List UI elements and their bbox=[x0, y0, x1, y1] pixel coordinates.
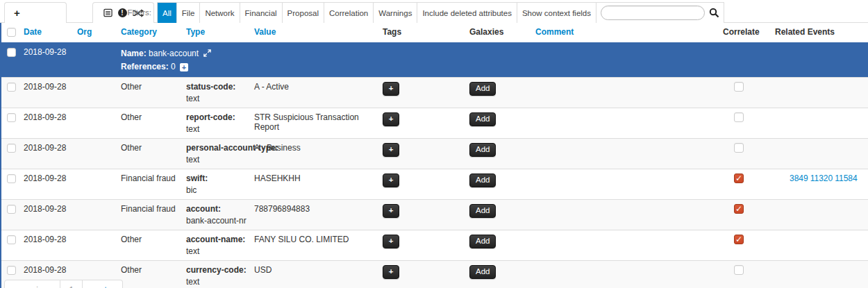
add-tag-button[interactable]: + bbox=[383, 235, 399, 248]
filter-tab-include-deleted[interactable]: Include deleted attributes bbox=[417, 3, 517, 23]
cell-correlate bbox=[719, 139, 771, 169]
correlate-checkbox[interactable] bbox=[734, 82, 744, 92]
correlate-checkbox[interactable] bbox=[734, 112, 744, 122]
cell-type: status-code:text bbox=[183, 78, 251, 108]
column-header-comment[interactable]: Comment bbox=[535, 27, 574, 37]
cell-type: personal-account-type:text bbox=[183, 139, 251, 169]
exclamation-icon: ! bbox=[118, 8, 127, 17]
row-checkbox[interactable] bbox=[7, 48, 16, 57]
add-galaxy-button[interactable]: Add bbox=[469, 173, 496, 187]
cell-type: swift:bic bbox=[183, 169, 251, 200]
add-tag-button[interactable]: + bbox=[383, 265, 399, 279]
correlate-checkbox[interactable] bbox=[734, 143, 744, 153]
add-reference-icon[interactable]: + bbox=[180, 63, 188, 71]
filter-tab-all[interactable]: All bbox=[158, 3, 177, 23]
attribute-list-icon[interactable] bbox=[103, 8, 112, 17]
add-tag-button[interactable]: + bbox=[383, 143, 399, 157]
row-checkbox[interactable] bbox=[7, 113, 16, 122]
cell-galaxies: Add bbox=[466, 139, 532, 169]
add-galaxy-button[interactable]: Add bbox=[469, 143, 496, 157]
add-galaxy-button[interactable]: Add bbox=[469, 235, 496, 248]
cell-date: 2018-09-28 bbox=[20, 139, 74, 169]
toolbar: + ! Filters: All File Network Financial … bbox=[0, 0, 868, 23]
related-event-link[interactable]: 3849 bbox=[790, 173, 808, 183]
column-header-related-events: Related Events bbox=[771, 23, 868, 42]
row-checkbox[interactable] bbox=[7, 266, 16, 275]
select-all-checkbox[interactable] bbox=[7, 28, 16, 37]
attribute-row: 2018-09-28 Other personal-account-type:t… bbox=[1, 139, 868, 169]
filter-tab-show-context[interactable]: Show context fields bbox=[517, 3, 596, 23]
cell-org bbox=[74, 42, 117, 78]
cell-galaxies: Add bbox=[466, 108, 532, 139]
correlate-checkbox[interactable] bbox=[734, 173, 744, 183]
row-checkbox[interactable] bbox=[7, 205, 16, 214]
related-event-link[interactable]: 11320 bbox=[810, 173, 833, 183]
column-header-galaxies: Galaxies bbox=[466, 23, 532, 42]
search-section bbox=[596, 3, 724, 23]
column-header-org[interactable]: Org bbox=[77, 27, 92, 37]
add-galaxy-button[interactable]: Add bbox=[469, 265, 496, 279]
row-checkbox[interactable] bbox=[7, 235, 16, 244]
cell-correlate bbox=[719, 108, 771, 139]
cell-correlate bbox=[719, 230, 771, 261]
column-header-type[interactable]: Type bbox=[186, 27, 205, 37]
cell-value: 788796894883 bbox=[251, 200, 379, 230]
add-tag-button[interactable]: + bbox=[383, 112, 399, 126]
cell-value: HASEHKHH bbox=[251, 169, 379, 200]
correlate-checkbox[interactable] bbox=[734, 265, 744, 275]
cell-type: account:bank-account-nr bbox=[183, 200, 251, 230]
object-header-row: 2018-09-28 Name: bank-account References… bbox=[1, 42, 868, 78]
cell-date: 2018-09-28 bbox=[20, 78, 74, 108]
cell-tags: + bbox=[379, 200, 466, 230]
add-tag-button[interactable]: + bbox=[383, 204, 399, 218]
column-header-date[interactable]: Date bbox=[24, 27, 42, 37]
pagination-next[interactable]: next » bbox=[83, 280, 123, 288]
cell-comment bbox=[532, 261, 719, 288]
filter-tab-correlation[interactable]: Correlation bbox=[324, 3, 374, 23]
attribute-row: 2018-09-28 Other report-code:text STR Su… bbox=[1, 108, 868, 139]
column-header-tags: Tags bbox=[379, 23, 466, 42]
filters-label: Filters: bbox=[128, 8, 152, 17]
cell-correlate bbox=[719, 169, 771, 200]
pagination: « previous 1 next » bbox=[4, 280, 123, 288]
filter-tab-file[interactable]: File bbox=[177, 3, 201, 23]
cell-related-events bbox=[771, 108, 868, 139]
row-checkbox[interactable] bbox=[7, 83, 16, 92]
cell-tags: + bbox=[379, 108, 466, 139]
cell-galaxies: Add bbox=[466, 230, 532, 261]
correlate-checkbox[interactable] bbox=[734, 235, 744, 244]
expand-object-icon[interactable] bbox=[203, 49, 211, 59]
object-name-line: Name: bank-account bbox=[121, 47, 865, 60]
add-galaxy-button[interactable]: Add bbox=[469, 112, 496, 126]
filter-tab-network[interactable]: Network bbox=[200, 3, 240, 23]
references-label: References: bbox=[121, 62, 169, 71]
related-event-link[interactable]: 11584 bbox=[835, 173, 857, 183]
cell-org bbox=[74, 169, 117, 200]
add-galaxy-button[interactable]: Add bbox=[469, 82, 496, 96]
correlate-checkbox[interactable] bbox=[734, 204, 744, 214]
add-attribute-button[interactable]: + bbox=[4, 2, 67, 23]
add-tag-button[interactable]: + bbox=[383, 82, 399, 96]
attributes-table: Date Org Category Type Value Tags Galaxi… bbox=[0, 23, 868, 288]
cell-comment bbox=[532, 200, 719, 230]
filter-tab-warnings[interactable]: Warnings bbox=[374, 3, 417, 23]
column-header-value[interactable]: Value bbox=[254, 27, 276, 37]
search-input[interactable] bbox=[601, 6, 705, 20]
filter-tab-financial[interactable]: Financial bbox=[240, 3, 283, 23]
cell-comment bbox=[532, 139, 719, 169]
search-icon[interactable] bbox=[709, 8, 719, 18]
attribute-row: 2018-09-28 Financial fraud swift:bic HAS… bbox=[1, 169, 868, 200]
object-name-value: bank-account bbox=[149, 49, 199, 58]
proposals-warning-icon[interactable]: ! bbox=[118, 8, 127, 17]
pagination-previous: « previous bbox=[4, 280, 60, 288]
cell-comment bbox=[532, 78, 719, 108]
row-checkbox[interactable] bbox=[7, 144, 16, 153]
filter-tabs: All File Network Financial Proposal Corr… bbox=[157, 2, 724, 23]
add-galaxy-button[interactable]: Add bbox=[469, 204, 496, 218]
row-checkbox[interactable] bbox=[7, 174, 16, 183]
cell-tags: + bbox=[379, 169, 466, 200]
attribute-row: 2018-09-28 Other currency-code:text USD … bbox=[1, 261, 868, 288]
column-header-category[interactable]: Category bbox=[121, 27, 157, 37]
filter-tab-proposal[interactable]: Proposal bbox=[283, 3, 324, 23]
add-tag-button[interactable]: + bbox=[383, 173, 399, 187]
